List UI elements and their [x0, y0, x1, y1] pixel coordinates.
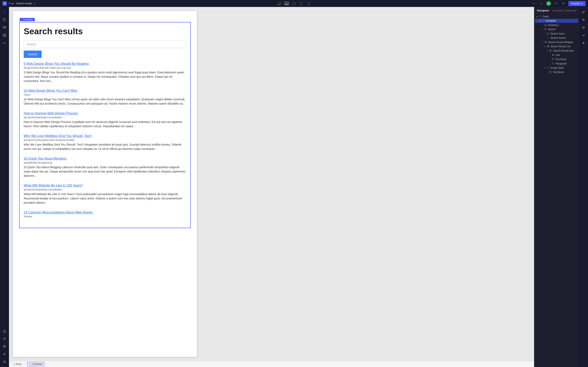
collapse-all-button[interactable]: Collapse All [564, 9, 576, 12]
tree-node-icon [545, 28, 547, 31]
view-tablet-landscape[interactable] [291, 1, 297, 6]
result-link[interactable]: What Will Website Be Like In 100 Years? [24, 184, 186, 187]
navigator-item-search-result-wrapper[interactable]: ▼ Search Result Wrapper [535, 40, 578, 44]
status-indicator: ✓ [546, 1, 551, 6]
page-title: Search results [24, 26, 186, 36]
tool-menu[interactable] [580, 24, 587, 31]
tree-node-icon: P [552, 62, 555, 65]
svg-point-32 [4, 346, 5, 347]
navigator-item-search-input[interactable]: Search Input [535, 32, 578, 36]
svg-point-33 [3, 347, 4, 348]
refresh-icon[interactable]: ↻ [34, 2, 35, 5]
tree-node-label: Container [545, 19, 556, 22]
tree-node-icon [540, 15, 543, 18]
result-link[interactable]: 14 Common Misconceptions About Web Desig… [24, 211, 186, 214]
page-name: Search results [16, 2, 32, 5]
expand-all-button[interactable]: Expand All [553, 9, 563, 12]
sidebar-select-icon[interactable] [1, 327, 8, 334]
svg-rect-38 [13, 363, 15, 365]
tool-pencil[interactable] [580, 8, 587, 16]
sidebar-users-icon[interactable] [1, 359, 8, 365]
search-input-field[interactable]: Search... [24, 40, 186, 48]
webflow-logo[interactable]: W [2, 1, 7, 6]
navigator-item-search-result-item[interactable]: ▼ Search Result Item [535, 49, 578, 53]
svg-point-7 [294, 4, 294, 5]
svg-rect-39 [29, 363, 31, 365]
result-desc: What Will Website Be Like In 100 Years? … [24, 192, 186, 205]
sidebar-plugin-icon[interactable] [1, 351, 8, 358]
sidebar-sliders-icon[interactable] [1, 343, 8, 350]
result-url: /history [24, 215, 186, 218]
view-desktop[interactable] [284, 1, 290, 6]
tree-node-icon [547, 45, 550, 48]
svg-point-31 [4, 345, 4, 346]
navigator-item-empty-state[interactable]: ▼ Empty State [535, 66, 578, 70]
svg-rect-0 [277, 2, 281, 4]
preview-button[interactable]: 👁 [561, 1, 566, 6]
publish-button[interactable]: Publish ▾ [568, 1, 586, 6]
redo-button[interactable]: ↪ [539, 1, 544, 6]
svg-point-35 [4, 354, 5, 355]
search-result: 5 Web Design Blogs You Should Be Reading… [24, 62, 186, 83]
navigator-item-search[interactable]: ▼ Search [535, 27, 578, 31]
publish-label: Publish [571, 2, 580, 5]
navigator-item-text-block-2[interactable]: Text Block [535, 70, 578, 74]
view-tablet-portrait[interactable] [298, 1, 304, 6]
svg-line-43 [546, 30, 546, 30]
publish-chevron: ▾ [581, 2, 583, 5]
sidebar-styles-icon[interactable] [1, 40, 8, 47]
search-results-list: 5 Web Design Blogs You Should Be Reading… [24, 62, 186, 218]
navigator-item-link[interactable]: Link [535, 53, 578, 57]
view-switcher [277, 1, 311, 6]
undo-button[interactable]: ↩ [531, 1, 536, 6]
navigator-item-body[interactable]: ▶ Body [535, 15, 578, 18]
breadcrumb-body[interactable]: Body [11, 362, 23, 366]
navigator-item-heading1[interactable]: H1 Heading 1 [535, 23, 578, 27]
result-link[interactable]: Why We Love Webflow (And You Should, Too… [24, 134, 186, 138]
sidebar-cms-icon[interactable] [1, 24, 8, 31]
panel-actions: Expand All Collapse All [553, 9, 576, 12]
result-desc: 5 Web Design Blogs You Should Be Reading… [24, 70, 186, 83]
tool-bolt[interactable] [580, 40, 587, 47]
result-link[interactable]: 5 Web Design Blogs You Should Be Reading [24, 62, 186, 66]
tree-chevron: ▶ [536, 16, 539, 18]
container-element[interactable]: □ Container Search results Search... Sea… [19, 22, 191, 228]
main-layout: + [0, 7, 588, 367]
sidebar-add-icon[interactable]: + [1, 8, 8, 16]
sidebar-grid-icon[interactable] [1, 335, 8, 342]
navigator-item-paragraph[interactable]: P Paragraph [535, 62, 578, 66]
result-link[interactable]: How to improve Web Design Process [24, 111, 186, 115]
left-sidebar: + [0, 7, 9, 367]
result-link[interactable]: 10 Web Design Blogs You Can't Miss [24, 89, 186, 92]
view-desktop-xl[interactable] [277, 1, 282, 6]
result-link[interactable]: 10 Quick Tips About Blogging [24, 157, 186, 160]
navigator-item-search-button[interactable]: ☜ Search Button [535, 36, 578, 40]
result-url: /blog/10-lists-that-will-make-you-say-wa… [24, 66, 186, 69]
tree-chevron: ▼ [544, 67, 546, 69]
svg-rect-19 [3, 35, 4, 37]
search-button-element[interactable]: Search [24, 50, 42, 58]
search-result: 10 Quick Tips About Blogging /people/tit… [24, 157, 186, 178]
top-bar: W Page: Search results ↻ ↩ ↪ ✓ <> 👁 Publ… [0, 0, 588, 7]
sidebar-assets-icon[interactable] [1, 32, 8, 39]
tool-chart[interactable] [580, 32, 587, 39]
tree-node-icon: H1 [545, 24, 547, 26]
breadcrumb-container[interactable]: Container [27, 362, 44, 366]
navigator-item-text-block[interactable]: Text Block [535, 57, 578, 61]
view-mobile[interactable] [306, 1, 311, 6]
tree-node-label: Search [548, 28, 556, 31]
container-label: □ Container [20, 18, 35, 21]
svg-point-36 [3, 361, 5, 362]
tool-gear[interactable] [580, 16, 587, 23]
search-result: Why We Love Webflow (And You Should, Too… [24, 134, 186, 151]
code-view-button[interactable]: <> [553, 1, 559, 6]
svg-rect-16 [3, 27, 6, 28]
navigator-item-search-result-list[interactable]: ▼ Search Result List [535, 44, 578, 49]
sidebar-pages-icon[interactable] [1, 16, 8, 23]
navigator-item-container[interactable]: ▼ Container [535, 19, 578, 23]
result-url: /people/titia-brongersma [24, 161, 186, 164]
page-label: Page: [9, 2, 15, 5]
canvas-container[interactable]: □ Container Search results Search... Sea… [9, 7, 534, 361]
tree-chevron: ▼ [541, 41, 544, 43]
tree-node-label: Heading 1 [548, 24, 559, 26]
